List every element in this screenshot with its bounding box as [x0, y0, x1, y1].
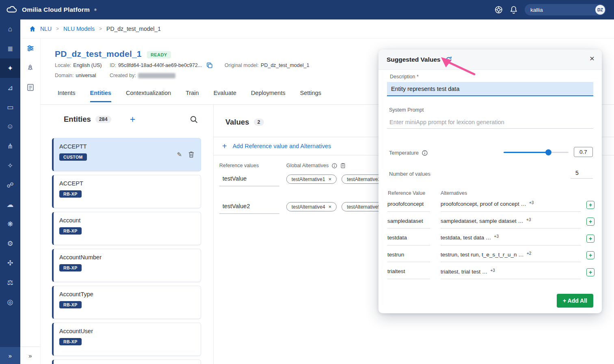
tab-entities[interactable]: Entities: [90, 90, 111, 102]
entity-type-badge: RB-XP: [59, 227, 82, 235]
entity-card-partial[interactable]: [52, 360, 201, 364]
add-entity-button[interactable]: +: [130, 115, 135, 124]
nav-compliance-icon[interactable]: ⚖: [0, 273, 20, 292]
suggested-alternatives: trialtest, trial test …+3: [441, 265, 581, 279]
rocket-icon[interactable]: [20, 58, 40, 78]
modal-header: Suggested Values ×: [378, 50, 602, 70]
tab-train[interactable]: Train: [186, 90, 199, 102]
entity-name: Account: [59, 217, 195, 224]
suggestion-row: sampledataset sampledataset, sample data…: [387, 215, 595, 229]
nav-cloud-icon[interactable]: ☁: [0, 195, 20, 214]
search-icon[interactable]: [190, 115, 198, 123]
rail-expand-icon[interactable]: »: [20, 347, 40, 364]
entity-card-account[interactable]: Account RB-XP: [52, 212, 201, 245]
suggested-reference: sampledataset: [387, 215, 430, 229]
info-icon[interactable]: [332, 163, 337, 168]
tab-contextualization[interactable]: Contextualization: [126, 90, 171, 102]
nav-analytics-icon[interactable]: ⊿: [0, 78, 20, 97]
sidebar-expand-icon[interactable]: »: [0, 347, 20, 364]
system-prompt-input[interactable]: [387, 116, 593, 129]
form-icon[interactable]: [20, 78, 40, 97]
suggested-alternatives: testdata, test data …+3: [441, 232, 581, 246]
delete-trash-icon[interactable]: [188, 151, 194, 158]
user-search: DZ: [525, 4, 606, 15]
entity-type-badge: RB-XP: [59, 190, 82, 198]
model-tabs: Intents Entities Contextualization Train…: [58, 90, 321, 102]
suggestions-table-header: Reference Value Alternatives: [388, 190, 467, 196]
tab-deployments[interactable]: Deployments: [251, 90, 285, 102]
model-created-by: Created by:: [110, 73, 175, 78]
more-count: +3: [494, 234, 499, 239]
add-suggestion-button[interactable]: +: [586, 268, 595, 276]
description-label: Description *: [390, 74, 419, 80]
suggested-alternatives: testrun, test run, t_e_s_t_r_u_n …+2: [441, 249, 581, 263]
entity-card-acceptt[interactable]: ACCEPTT CUSTOM ✎: [52, 138, 201, 171]
nav-bots-icon[interactable]: ☍: [0, 175, 20, 195]
entity-name: AccountUser: [59, 328, 195, 334]
chip-remove-icon[interactable]: ×: [329, 176, 332, 182]
help-icon[interactable]: [495, 6, 503, 14]
nav-insights-icon[interactable]: ✧: [0, 156, 20, 175]
system-prompt-label: System Prompt: [389, 107, 424, 113]
temperature-slider[interactable]: [504, 152, 569, 153]
refresh-icon[interactable]: [445, 56, 452, 63]
entity-list: ACCEPTT CUSTOM ✎ ACCEPT RB-XP Account R: [52, 138, 201, 364]
temperature-value[interactable]: 0.7: [574, 147, 593, 157]
nav-layers-icon[interactable]: ≣: [0, 39, 20, 58]
add-suggestion-button[interactable]: +: [586, 235, 595, 243]
topbar-search-input[interactable]: [525, 4, 606, 15]
paste-icon[interactable]: [340, 163, 346, 168]
tab-evaluate[interactable]: Evaluate: [214, 90, 236, 102]
entity-name: AccountNumber: [59, 254, 195, 261]
breadcrumb-nlu-models[interactable]: NLU Models: [63, 26, 95, 32]
alternative-chips: testAlternative1 × testAlternative2 ×: [286, 173, 392, 184]
slider-handle[interactable]: [545, 149, 551, 155]
entity-card-accept[interactable]: ACCEPT RB-XP: [52, 175, 201, 208]
notifications-bell-icon[interactable]: [510, 6, 517, 14]
number-of-values-input[interactable]: 5: [571, 167, 593, 179]
nav-nlu-icon[interactable]: ✦: [0, 58, 20, 78]
alternative-chip[interactable]: testAlternative4 ×: [286, 202, 337, 211]
add-suggestion-button[interactable]: +: [586, 251, 595, 259]
reference-value-field[interactable]: testValue: [219, 173, 279, 186]
tune-icon[interactable]: [20, 39, 40, 58]
entities-count-badge: 284: [95, 116, 111, 123]
add-suggestion-button[interactable]: +: [586, 201, 595, 209]
nav-monitor-icon[interactable]: ▭: [0, 97, 20, 117]
breadcrumb-nlu[interactable]: NLU: [40, 26, 52, 32]
status-badge: READY: [147, 51, 171, 58]
description-input[interactable]: [387, 82, 593, 96]
avatar[interactable]: DZ: [595, 5, 605, 15]
nav-home-icon[interactable]: ⌂: [0, 19, 20, 39]
entities-panel: Entities 284 + ACCEPTT CUSTOM ✎: [52, 108, 201, 364]
add-all-button[interactable]: + Add All: [557, 294, 593, 308]
nav-users-icon[interactable]: ☺: [0, 117, 20, 136]
nav-services-icon[interactable]: ❋: [0, 214, 20, 234]
copy-id-icon[interactable]: [207, 62, 212, 68]
alternative-chips: testAlternative4 × testAlternative5 ×: [286, 201, 392, 211]
nav-network-icon[interactable]: ◎: [0, 292, 20, 312]
suggested-alternatives: proofofconcept, proof of concept …+3: [441, 198, 581, 212]
alternative-chip[interactable]: testAlternative1 ×: [286, 174, 337, 184]
edit-pencil-icon[interactable]: ✎: [177, 151, 182, 158]
tab-intents[interactable]: Intents: [58, 90, 76, 102]
close-icon[interactable]: ×: [590, 54, 595, 62]
nav-integrations-icon[interactable]: ✣: [0, 253, 20, 273]
entity-card-accountuser[interactable]: AccountUser RB-XP: [52, 323, 201, 356]
breadcrumb-separator: >: [99, 26, 102, 32]
info-icon[interactable]: [422, 150, 428, 156]
entity-card-accounttype[interactable]: AccountType RB-XP: [52, 286, 201, 319]
model-domain: Domain: universal: [55, 73, 96, 78]
breadcrumb-home-icon[interactable]: [29, 26, 36, 32]
entity-card-accountnumber[interactable]: AccountNumber RB-XP: [52, 249, 201, 282]
tab-settings[interactable]: Settings: [300, 90, 321, 102]
add-suggestion-button[interactable]: +: [586, 218, 595, 226]
model-locale: Locale: English (US): [55, 62, 102, 68]
page-title: PD_dz_test_model_1: [55, 49, 142, 59]
col-reference-value: Reference Value: [388, 190, 441, 196]
nav-settings-icon[interactable]: ⚙: [0, 234, 20, 253]
reference-value-field[interactable]: testValue2: [219, 201, 279, 214]
chip-remove-icon[interactable]: ×: [329, 204, 332, 210]
nav-workflows-icon[interactable]: ⋔: [0, 136, 20, 156]
entity-name: ACCEPTT: [59, 143, 195, 150]
